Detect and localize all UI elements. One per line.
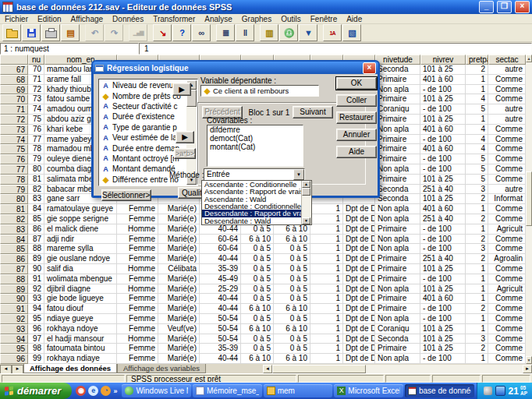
cell[interactable]: Dpt de D [343,344,375,354]
cell[interactable]: Comme [488,324,526,334]
row-header[interactable]: 70 [0,94,28,104]
cell[interactable]: 0 à 5 [274,314,310,324]
cell[interactable]: Non apla [375,204,420,214]
cell[interactable]: 0 à 5 [274,334,310,344]
cell[interactable]: gie ouslane ndoye [44,254,117,264]
column-header[interactable]: nivetude [375,55,420,65]
cell[interactable]: 4 [466,125,488,135]
cell[interactable]: 251 à 40 [420,254,466,264]
cell[interactable]: 1 [310,214,343,224]
cell[interactable]: 0 à 5 [241,334,274,344]
cell[interactable]: Comme [488,304,526,314]
cell[interactable]: Primaire [375,304,420,314]
cell[interactable]: 78 [28,144,44,154]
cell[interactable]: Informat [488,194,526,204]
cell[interactable]: 4 [466,94,488,104]
cell[interactable]: 93 [28,294,44,304]
cell[interactable]: 401 à 60 [420,294,466,304]
cell[interactable]: Marié(e) [158,294,200,304]
column-header[interactable]: nivrev [420,55,466,65]
cell[interactable]: Femme [117,304,158,314]
row-header[interactable]: 80 [0,194,28,204]
column-header[interactable]: nu [28,55,44,65]
tab-variable-view[interactable]: Affichage des variables [117,364,206,373]
cell[interactable]: 101 à 25 [420,94,466,104]
combo-arrow-icon[interactable]: ▼ [293,169,304,180]
cell[interactable]: 1 [310,235,343,245]
cell[interactable]: - de 100 [420,85,466,95]
cell[interactable]: Coraniqu [375,104,420,115]
cell[interactable]: Marié(e) [158,224,200,235]
cell[interactable]: Comme [488,164,526,175]
cell[interactable]: el hadji mansour [44,334,117,344]
cell[interactable]: Dpt de D [343,204,375,214]
cell[interactable]: Dpt de D [343,294,375,304]
cell[interactable]: 80 [28,164,44,175]
cell[interactable]: Marié(e) [158,214,200,224]
cell[interactable]: 1 [310,354,343,364]
cell[interactable]: Femme [117,324,158,334]
cell[interactable]: Non apla [375,354,420,364]
cell[interactable]: 101 à 25 [420,334,466,344]
scroll-thumb[interactable] [302,188,310,196]
cell[interactable]: 1 [310,304,343,314]
row-header[interactable]: 95 [0,344,28,354]
cell[interactable]: autre [488,65,526,75]
cell[interactable]: 0 à 5 [241,244,274,254]
cell[interactable]: 0 à 5 [274,284,310,295]
row-header[interactable]: 78 [0,175,28,185]
cell[interactable]: Dpt de D [343,224,375,235]
cell[interactable]: Non apla [375,214,420,224]
row-header[interactable]: 69 [0,85,28,95]
cell[interactable]: Dpt de D [343,214,375,224]
tray-network-icon[interactable] [495,386,505,396]
cell[interactable]: 0 à 5 [274,274,310,284]
cell[interactable]: 72 [28,85,44,95]
cell[interactable]: 101 à 25 [420,324,466,334]
cell[interactable]: mareme sylla [44,244,117,254]
cell[interactable]: 0 à 5 [241,254,274,264]
reset-button[interactable]: Restaurer [336,111,377,124]
cell[interactable]: Marié(e) [158,254,200,264]
row-header[interactable]: 89 [0,284,28,295]
cell[interactable]: 0 à 5 [241,224,274,235]
cell[interactable]: Comme [488,294,526,304]
cell[interactable]: 45-49 [200,274,241,284]
row-header[interactable]: 91 [0,304,28,314]
cell[interactable]: 101 à 25 [420,65,466,75]
cell[interactable]: 71 [28,75,44,85]
row-header[interactable]: 92 [0,314,28,324]
row-header[interactable]: 88 [0,274,28,284]
cell[interactable]: 6 à 10 [241,235,274,245]
cell[interactable]: Primaire [375,274,420,284]
cell[interactable]: 91 [28,274,44,284]
goto-case-button[interactable]: ↘ [153,24,172,41]
cell[interactable]: Non apla [375,164,420,175]
cell[interactable]: 1 [310,224,343,235]
cell[interactable]: Homme [117,284,158,295]
cell[interactable]: 101 à 25 [420,175,466,185]
cell[interactable]: Dpt de D [343,264,375,274]
cell[interactable]: 101 à 25 [420,194,466,204]
row-header[interactable]: 83 [0,224,28,235]
cell[interactable]: 40-44 [200,304,241,314]
cell[interactable]: Primaire [375,264,420,274]
minimize-button[interactable]: _ [479,1,494,13]
tray-volume-icon[interactable] [484,387,492,395]
cell[interactable]: Comme [488,75,526,85]
cell[interactable]: Non apla [375,314,420,324]
cell[interactable]: 60-64 [200,244,241,254]
cell[interactable]: Primaire [375,75,420,85]
method-option[interactable]: Descendante : Conditionnelle [202,203,301,210]
cell[interactable]: 84 [28,204,44,214]
cell[interactable]: 101 à 25 [420,115,466,125]
scroll-right-icon[interactable]: ► [523,365,532,373]
taskbar-button-windows-live[interactable]: Windows Live M... [122,384,191,397]
find-button[interactable]: ∞ [192,24,211,41]
use-sets-button[interactable]: ▧ [342,24,361,41]
cell[interactable]: 0 à 5 [274,264,310,274]
cell[interactable]: 35-39 [200,264,241,274]
cell[interactable]: 40-44 [200,224,241,235]
cell[interactable]: 0 à 5 [241,264,274,274]
cell[interactable]: 0 à 5 [241,344,274,354]
